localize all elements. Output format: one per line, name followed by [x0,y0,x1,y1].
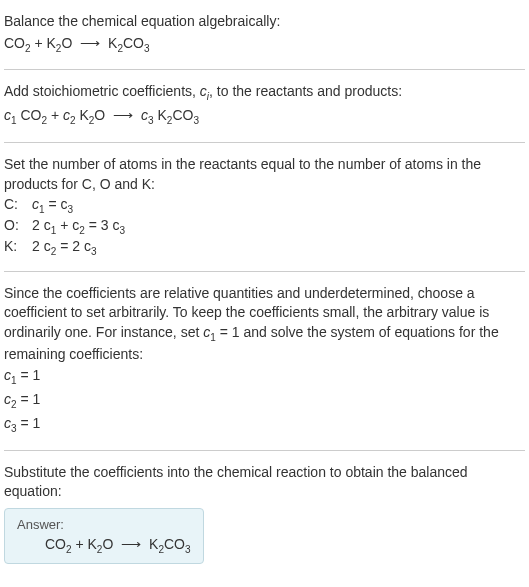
text-b: , to the reactants and products: [209,83,402,99]
solution-line-2: c2 = 1 [4,390,525,412]
c3-var: c [141,107,148,123]
answer-box: Answer: CO2 + K2O ⟶ K2CO3 [4,508,204,564]
val: = 1 [17,367,41,383]
var: c [4,415,11,431]
step2-section: Set the number of atoms in the reactants… [4,151,525,263]
species-3-mid: CO [172,107,193,123]
answer-equation: CO2 + K2O ⟶ K2CO3 [17,536,191,555]
step1-text: Add stoichiometric coefficients, ci, to … [4,82,525,104]
reactant-1: CO [45,536,66,552]
reactant-2-tail: O [102,536,117,552]
mid2: = 3 c [85,217,120,233]
arrow-icon: ⟶ [121,536,141,552]
product-1-mid: CO [123,35,144,51]
solution-line-3: c3 = 1 [4,414,525,436]
c2-var: c [63,107,70,123]
element-label: C: [4,196,24,215]
arrow-icon: ⟶ [113,106,133,126]
intro-title: Balance the chemical equation algebraica… [4,12,525,32]
pre: 2 c [32,238,51,254]
mid: + c [56,217,79,233]
species-1: CO [17,107,42,123]
divider [4,69,525,70]
species-2: K [76,107,89,123]
divider [4,450,525,451]
solution-line-1: c1 = 1 [4,366,525,388]
balance-eq: 2 c1 + c2 = 3 c3 [32,217,125,236]
sub: 3 [119,225,125,236]
divider [4,142,525,143]
answer-label: Answer: [17,517,191,532]
plus-reactant-2: + K [31,35,56,51]
element-label: O: [4,217,24,236]
balance-row-o: O: 2 c1 + c2 = 3 c3 [4,217,525,236]
balance-row-k: K: 2 c2 = 2 c3 [4,238,525,257]
step4-section: Substitute the coefficients into the che… [4,459,525,568]
reactant-2-tail: O [61,35,76,51]
product-1: K [104,35,117,51]
mid: = 2 c [56,238,91,254]
sub: 3 [193,115,199,126]
var: c [4,367,11,383]
step1-section: Add stoichiometric coefficients, ci, to … [4,78,525,134]
divider [4,271,525,272]
sub: 3 [144,42,150,53]
step3-section: Since the coefficients are relative quan… [4,280,525,442]
pre: 2 c [32,217,51,233]
text-a: Add stoichiometric coefficients, [4,83,200,99]
step3-text: Since the coefficients are relative quan… [4,284,525,365]
step1-equation: c1 CO2 + c2 K2O ⟶ c3 K2CO3 [4,106,525,128]
species-3: K [154,107,167,123]
sub: 3 [68,204,74,215]
step4-text: Substitute the coefficients into the che… [4,463,525,502]
sub: 3 [185,544,191,555]
plus-reactant-2: + K [72,536,97,552]
reactant-1: CO [4,35,25,51]
balance-eq: c1 = c3 [32,196,73,215]
element-label: K: [4,238,24,257]
c1-var: c [4,107,11,123]
var: c [4,391,11,407]
species-2-tail: O [94,107,109,123]
plus: + [47,107,63,123]
step2-text: Set the number of atoms in the reactants… [4,155,525,194]
val: = 1 [17,415,41,431]
intro-section: Balance the chemical equation algebraica… [4,8,525,61]
sub: 3 [91,246,97,257]
balance-eq: 2 c2 = 2 c3 [32,238,96,257]
arrow-icon: ⟶ [80,34,100,54]
mid: = c [45,196,68,212]
product-1-mid: CO [164,536,185,552]
var: c [32,196,39,212]
intro-equation: CO2 + K2O ⟶ K2CO3 [4,34,525,56]
ci-var: c [200,83,207,99]
balance-row-c: C: c1 = c3 [4,196,525,215]
product-1: K [145,536,158,552]
val: = 1 [17,391,41,407]
